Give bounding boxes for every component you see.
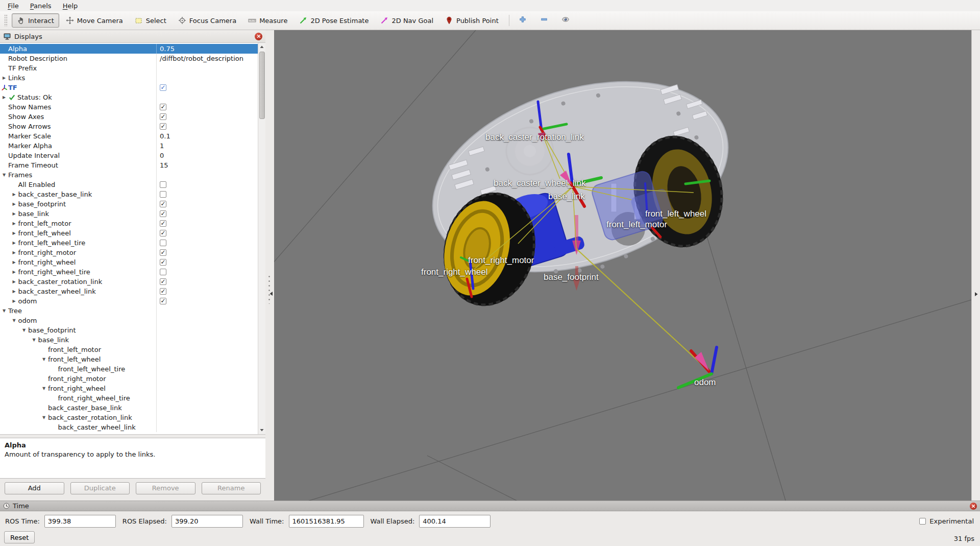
tool-button-2d-nav-goal[interactable]: 2D Nav Goal (375, 13, 438, 28)
toolbar-drag-handle[interactable] (4, 14, 8, 27)
property-checkbox[interactable] (160, 191, 166, 198)
property-value[interactable]: 0.1 (156, 131, 258, 141)
collapse-arrow-icon[interactable]: ▼ (40, 386, 48, 391)
property-row-front-right-wheel[interactable]: ▶front_right_wheel✓ (0, 257, 258, 267)
tool-button-plus[interactable] (514, 13, 531, 28)
collapse-arrow-icon[interactable]: ▼ (40, 415, 48, 420)
scroll-down-icon[interactable] (258, 426, 265, 434)
property-row-odom[interactable]: ▼odom (0, 316, 258, 325)
property-value[interactable] (156, 325, 258, 335)
property-checkbox[interactable]: ✓ (160, 230, 166, 236)
property-row-show-axes[interactable]: Show Axes✓ (0, 112, 258, 122)
property-row-front-left-wheel[interactable]: ▼front_left_wheel (0, 354, 258, 364)
add-button[interactable]: Add (5, 482, 64, 494)
property-value[interactable] (156, 92, 258, 102)
collapsed-right-panel[interactable] (971, 30, 980, 501)
expand-arrow-icon[interactable]: ▶ (10, 202, 18, 206)
property-row-show-names[interactable]: Show Names✓ (0, 102, 258, 112)
expand-arrow-icon[interactable]: ▶ (10, 221, 18, 226)
property-checkbox[interactable]: ✓ (160, 278, 166, 285)
property-row-front-left-motor[interactable]: ▶front_left_motor✓ (0, 219, 258, 228)
property-checkbox[interactable]: ✓ (160, 288, 166, 295)
tool-button-measure[interactable]: Measure (243, 13, 292, 28)
property-value[interactable] (156, 354, 258, 364)
collapse-arrow-icon[interactable]: ▼ (30, 338, 38, 342)
property-value[interactable] (156, 374, 258, 384)
expand-arrow-icon[interactable]: ▶ (0, 76, 8, 80)
tree-scrollbar[interactable] (258, 43, 265, 434)
tool-button-eye[interactable] (557, 13, 574, 28)
property-row-front-left-wheel[interactable]: ▶front_left_wheel✓ (0, 228, 258, 238)
property-row-frames[interactable]: ▼Frames (0, 170, 258, 180)
panel-splitter[interactable] (265, 30, 274, 501)
property-row-frame-timeout[interactable]: Frame Timeout15 (0, 160, 258, 170)
property-value[interactable]: 1 (156, 141, 258, 151)
property-value[interactable] (156, 63, 258, 73)
property-row-show-arrows[interactable]: Show Arrows✓ (0, 122, 258, 131)
reset-button[interactable]: Reset (4, 531, 35, 543)
property-row-base-footprint[interactable]: ▶base_footprint✓ (0, 199, 258, 209)
property-row-base-link[interactable]: ▼base_link (0, 335, 258, 345)
wall-elapsed-input[interactable] (419, 515, 491, 528)
tool-button-interact[interactable]: Interact (12, 13, 59, 28)
property-row-all-enabled[interactable]: All Enabled (0, 180, 258, 189)
property-value[interactable] (156, 393, 258, 403)
3d-viewport[interactable]: back_caster_rotation_linkback_caster_whe… (274, 30, 971, 501)
property-row-back-caster-rotation-link[interactable]: ▶back_caster_rotation_link✓ (0, 277, 258, 287)
wall-time-input[interactable] (289, 515, 364, 528)
property-row-back-caster-base-link[interactable]: back_caster_base_link (0, 403, 258, 413)
tool-button-move-camera[interactable]: Move Camera (61, 13, 128, 28)
property-value[interactable] (156, 345, 258, 354)
collapse-left-icon[interactable] (269, 289, 273, 298)
expand-arrow-icon[interactable]: ▶ (10, 231, 18, 235)
property-checkbox[interactable] (160, 240, 166, 246)
property-value[interactable] (156, 384, 258, 393)
property-row-odom[interactable]: ▶odom✓ (0, 296, 258, 306)
property-checkbox[interactable] (160, 181, 166, 188)
property-checkbox[interactable]: ✓ (160, 298, 166, 304)
property-row-base-link[interactable]: ▶base_link✓ (0, 209, 258, 219)
experimental-checkbox[interactable] (919, 518, 926, 525)
tool-button-select[interactable]: Select (130, 13, 172, 28)
property-row-status-ok[interactable]: ▶Status: Ok (0, 92, 258, 102)
collapse-arrow-icon[interactable]: ▼ (10, 318, 18, 323)
expand-arrow-icon[interactable]: ▶ (10, 250, 18, 255)
tool-button-focus-camera[interactable]: Focus Camera (173, 13, 241, 28)
property-value[interactable] (156, 364, 258, 374)
menu-item-file[interactable]: File (2, 1, 24, 11)
property-value[interactable]: /diffbot/robot_description (156, 54, 258, 63)
expand-arrow-icon[interactable]: ▶ (10, 241, 18, 245)
ros-elapsed-input[interactable] (172, 515, 243, 528)
property-checkbox[interactable]: ✓ (160, 113, 166, 120)
expand-arrow-icon[interactable]: ▶ (10, 211, 18, 216)
property-row-alpha[interactable]: Alpha0.75 (0, 44, 258, 54)
property-checkbox[interactable] (160, 269, 166, 275)
property-checkbox[interactable]: ✓ (160, 210, 166, 217)
property-row-front-right-motor[interactable]: front_right_motor (0, 374, 258, 384)
property-row-back-caster-wheel-link[interactable]: back_caster_wheel_link (0, 422, 258, 432)
property-row-marker-alpha[interactable]: Marker Alpha1 (0, 141, 258, 151)
property-row-front-left-motor[interactable]: front_left_motor (0, 345, 258, 354)
property-row-robot-description[interactable]: Robot Description/diffbot/robot_descript… (0, 54, 258, 63)
collapse-arrow-icon[interactable]: ▼ (40, 357, 48, 362)
menu-item-panels[interactable]: Panels (24, 1, 57, 11)
property-checkbox[interactable]: ✓ (160, 123, 166, 130)
property-value[interactable] (156, 316, 258, 325)
property-row-front-right-wheel-tire[interactable]: front_right_wheel_tire (0, 393, 258, 403)
property-row-front-right-wheel-tire[interactable]: ▶front_right_wheel_tire (0, 267, 258, 277)
expand-arrow-icon[interactable]: ▶ (10, 279, 18, 284)
property-row-tf[interactable]: TF✓ (0, 83, 258, 92)
menu-item-help[interactable]: Help (57, 1, 84, 11)
expand-arrow-icon[interactable]: ▶ (10, 289, 18, 294)
property-value[interactable]: 15 (156, 160, 258, 170)
collapse-arrow-icon[interactable]: ▼ (20, 328, 28, 333)
property-row-marker-scale[interactable]: Marker Scale0.1 (0, 131, 258, 141)
time-panel-titlebar[interactable]: Time (0, 501, 980, 511)
property-value[interactable] (156, 73, 258, 83)
expand-arrow-icon[interactable]: ▶ (10, 299, 18, 303)
property-row-front-left-wheel-tire[interactable]: ▶front_left_wheel_tire (0, 238, 258, 248)
property-value[interactable] (156, 335, 258, 345)
collapse-arrow-icon[interactable]: ▼ (0, 173, 8, 177)
property-value[interactable] (156, 413, 258, 422)
property-row-front-right-wheel[interactable]: ▼front_right_wheel (0, 384, 258, 393)
